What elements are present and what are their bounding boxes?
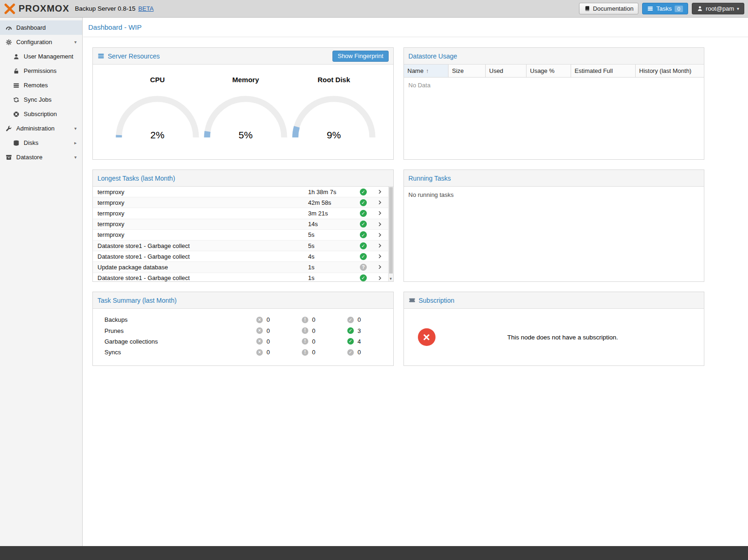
error-count: 0	[267, 338, 270, 345]
warning-count: 0	[312, 338, 315, 345]
error-count: 0	[267, 327, 270, 334]
user-icon	[697, 6, 703, 12]
error-count: 0	[267, 316, 270, 323]
ok-count: 0	[358, 349, 361, 356]
task-row[interactable]: termproxy 5s ✓	[93, 230, 388, 241]
gauges-row: CPU 2% Memory	[93, 65, 393, 159]
status-unknown-icon: ?	[360, 264, 367, 271]
warning-count: 0	[312, 316, 315, 323]
warning-count: 0	[312, 349, 315, 356]
gauge-memory: Memory 5%	[202, 76, 290, 159]
documentation-label: Documentation	[593, 5, 633, 12]
sidebar-item-datastore[interactable]: Datastore ▾	[0, 150, 82, 164]
task-duration: 1s	[308, 264, 355, 271]
user-menu-button[interactable]: root@pam ▾	[692, 3, 744, 14]
ok-count: 3	[358, 327, 361, 334]
gauge-label: CPU	[113, 76, 202, 84]
taskbar	[0, 546, 748, 560]
task-row[interactable]: termproxy 42m 58s ✓	[93, 197, 388, 208]
sidebar-item-administration[interactable]: Administration ▾	[0, 121, 82, 136]
column-header-usage-pct[interactable]: Usage %	[527, 65, 571, 77]
server-resources-header: Server Resources Show Fingerprint	[93, 48, 393, 65]
table-header-row: Name ↑ Size Used Usage % Estimated Full …	[404, 65, 704, 78]
sync-icon	[13, 97, 20, 103]
task-name: termproxy	[98, 231, 308, 238]
summary-row: Backups ×0 !0 ✓0	[93, 314, 393, 325]
chevron-right-icon	[377, 232, 383, 238]
error-count-icon: ×	[256, 338, 263, 345]
task-row[interactable]: Datastore store1 - Garbage collect 4s ✓	[93, 251, 388, 262]
summary-label: Prunes	[104, 327, 256, 334]
sidebar-item-label: Dashboard	[16, 24, 46, 31]
caret-down-icon: ▾	[74, 155, 77, 160]
task-row[interactable]: termproxy 3m 21s ✓	[93, 208, 388, 219]
running-tasks-header: Running Tasks	[404, 170, 704, 187]
sidebar-item-sync-jobs[interactable]: Sync Jobs	[0, 92, 82, 107]
summary-label: Syncs	[104, 349, 256, 356]
tasks-button[interactable]: Tasks 0	[642, 3, 688, 14]
sidebar-item-permissions[interactable]: Permissions	[0, 64, 82, 78]
scroll-down-icon[interactable]: ▾	[389, 276, 393, 281]
task-name: Datastore store1 - Garbage collect	[98, 242, 308, 249]
ok-count-icon: ✓	[347, 327, 354, 334]
column-header-estimated-full[interactable]: Estimated Full	[571, 65, 636, 77]
task-name: termproxy	[98, 210, 308, 217]
server-resources-panel: Server Resources Show Fingerprint CPU 2%	[92, 47, 394, 160]
sidebar: Dashboard Configuration ▾ User Managemen…	[0, 18, 83, 546]
beta-link[interactable]: BETA	[138, 5, 154, 12]
status-ok-icon: ✓	[360, 274, 367, 281]
main-area: Dashboard - WIP Server Resources Show Fi…	[83, 18, 748, 546]
task-row[interactable]: Update package database 1s ?	[93, 262, 388, 273]
error-count-icon: ×	[256, 327, 263, 334]
documentation-button[interactable]: Documentation	[579, 3, 638, 14]
warning-count-icon: !	[302, 317, 308, 323]
chevron-right-icon	[377, 254, 383, 259]
panel-title: Server Resources	[108, 52, 160, 60]
sidebar-item-label: User Management	[24, 53, 73, 60]
sidebar-item-user-management[interactable]: User Management	[0, 49, 82, 64]
task-row[interactable]: Datastore store1 - Garbage collect 1s ✓	[93, 273, 388, 282]
no-data-text: No Data	[404, 78, 704, 93]
caret-down-icon: ▾	[737, 7, 739, 11]
summary-row: Garbage collections ×0 !0 ✓4	[93, 336, 393, 347]
column-header-history[interactable]: History (last Month)	[636, 65, 704, 77]
task-duration: 5s	[308, 242, 355, 249]
task-row[interactable]: termproxy 1h 38m 7s ✓	[93, 187, 388, 197]
panel-title: Subscription	[419, 297, 455, 304]
column-header-name[interactable]: Name ↑	[404, 65, 449, 77]
column-header-size[interactable]: Size	[449, 65, 486, 77]
tasks-label: Tasks	[656, 5, 671, 12]
task-row[interactable]: termproxy 14s ✓	[93, 219, 388, 230]
datastore-icon	[6, 154, 12, 161]
datastore-usage-header: Datastore Usage	[404, 48, 704, 65]
column-header-used[interactable]: Used	[486, 65, 527, 77]
task-duration: 3m 21s	[308, 210, 355, 217]
task-name: termproxy	[98, 189, 308, 195]
scrollbar[interactable]: ▾	[388, 187, 393, 281]
sidebar-item-remotes[interactable]: Remotes	[0, 78, 82, 92]
gauge-label: Memory	[202, 76, 290, 84]
summary-label: Backups	[104, 316, 256, 323]
task-row[interactable]: Datastore store1 - Garbage collect 5s ✓	[93, 241, 388, 251]
scrollbar-thumb[interactable]	[389, 187, 393, 273]
status-ok-icon: ✓	[360, 199, 367, 206]
task-name: Datastore store1 - Garbage collect	[98, 274, 308, 281]
ok-count-icon: ✓	[347, 317, 354, 323]
gauge-root-disk: Root Disk 9%	[290, 76, 378, 159]
header-actions: Documentation Tasks 0 root@pam ▾	[579, 3, 744, 14]
sidebar-item-configuration[interactable]: Configuration ▾	[0, 35, 82, 49]
subscription-header: Subscription	[404, 292, 704, 309]
sidebar-item-disks[interactable]: Disks ▸	[0, 136, 82, 150]
error-count-icon: ×	[256, 349, 263, 356]
sidebar-item-subscription[interactable]: Subscription	[0, 107, 82, 121]
ok-count: 4	[358, 338, 361, 345]
logo-wordmark: PROXMOX	[19, 3, 69, 14]
remotes-icon	[13, 82, 20, 89]
sidebar-item-label: Subscription	[24, 111, 57, 117]
sidebar-item-label: Sync Jobs	[24, 96, 52, 103]
sidebar-item-dashboard[interactable]: Dashboard	[0, 20, 82, 35]
page-title: Dashboard - WIP	[88, 23, 142, 31]
show-fingerprint-button[interactable]: Show Fingerprint	[332, 51, 388, 62]
error-count-icon: ×	[256, 317, 263, 323]
chevron-right-icon	[377, 264, 383, 270]
